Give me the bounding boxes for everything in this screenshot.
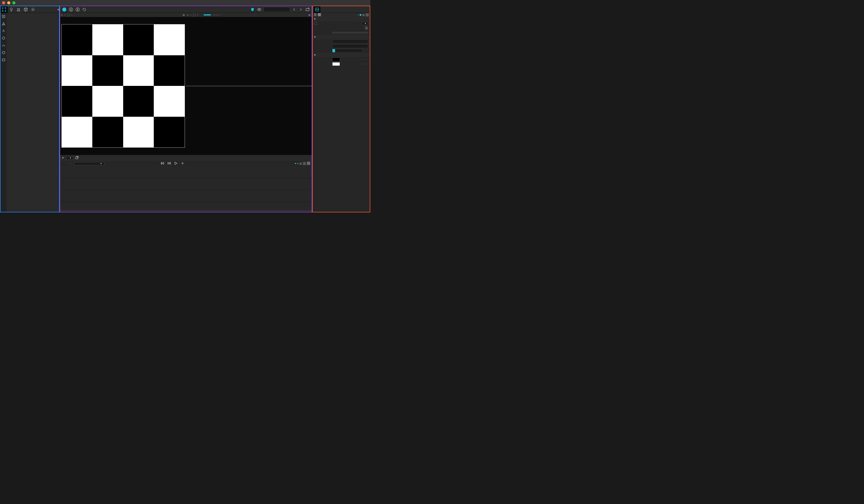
center-panel: + − ⛶ ▫ ⚙ + — [60, 5, 312, 213]
lib-size-xs[interactable] — [358, 14, 359, 15]
left-panel: ◀ — [0, 5, 60, 213]
step-back-button[interactable] — [69, 7, 73, 12]
surfaces-list[interactable] — [7, 13, 59, 212]
input-actual-button[interactable]: ▫ — [71, 14, 73, 16]
play-pause-button[interactable] — [62, 7, 67, 12]
input-fit-button[interactable]: ⛶ — [67, 14, 70, 16]
window-zoom-button[interactable] — [12, 1, 15, 4]
transport-play-button[interactable] — [174, 162, 178, 165]
add-mask-tool[interactable] — [2, 29, 5, 33]
scenes-mode-dropdown[interactable]: ▼ — [66, 156, 73, 160]
view-size-xs[interactable] — [295, 163, 296, 164]
transport-settings-icon[interactable] — [181, 162, 184, 165]
back-wheel-button[interactable] — [366, 59, 368, 60]
surfaces-tab[interactable] — [1, 6, 8, 13]
svg-point-16 — [76, 8, 80, 11]
front-color-swatch[interactable] — [332, 62, 340, 66]
input-settings-icon[interactable]: ⚙ — [182, 14, 185, 16]
input-add-button[interactable]: + — [61, 14, 63, 16]
snap-button[interactable] — [250, 7, 255, 12]
output-settings-icon[interactable]: ⚙ — [308, 14, 311, 16]
fixtures-tab[interactable] — [15, 6, 22, 13]
scenes-live-button[interactable] — [68, 163, 72, 164]
materials-library: ▼ — [313, 17, 370, 21]
transport-prev-button[interactable] — [161, 162, 164, 165]
add-triangle-tool[interactable] — [2, 22, 5, 26]
popout-scenes-icon[interactable] — [75, 156, 79, 160]
testcard-preview — [61, 24, 185, 147]
lib-list-view-icon[interactable] — [314, 13, 317, 17]
prev-projector-button[interactable] — [291, 7, 297, 12]
add-3d-tool[interactable] — [2, 51, 5, 55]
output-actual-button[interactable]: ▫ — [197, 14, 198, 16]
svg-point-11 — [62, 8, 66, 11]
view-grid-icon[interactable] — [307, 162, 310, 165]
count-slider[interactable] — [332, 49, 363, 52]
scenes-scrollbar[interactable] — [60, 210, 312, 212]
right-panel: ▼ ▼ i ▼ — [312, 5, 370, 213]
add-circle-tool[interactable] — [2, 36, 5, 40]
bank-select[interactable]: ▼ — [74, 162, 104, 165]
tab-master[interactable] — [204, 14, 211, 15]
add-line-tool[interactable] — [2, 44, 5, 47]
output-preview-area[interactable] — [186, 17, 312, 155]
lib-size-l[interactable] — [365, 13, 369, 16]
lib-size-s[interactable] — [360, 14, 361, 16]
preview-checkbox[interactable] — [314, 22, 317, 25]
output-remove-button[interactable]: − — [190, 14, 192, 16]
view-size-s[interactable] — [297, 163, 299, 164]
svg-rect-0 — [3, 8, 5, 11]
svg-rect-26 — [318, 13, 319, 14]
modules-tab[interactable] — [22, 6, 29, 13]
step-fwd-button[interactable] — [75, 7, 80, 12]
media-tab[interactable] — [314, 6, 320, 13]
height-input[interactable] — [332, 44, 368, 48]
center-toolbar — [60, 6, 312, 13]
width-input[interactable] — [332, 40, 368, 44]
settings-tab[interactable] — [29, 6, 36, 13]
materials-disclosure-icon[interactable]: ▼ — [314, 18, 316, 20]
lib-size-m[interactable] — [362, 14, 365, 16]
window-close-button[interactable] — [2, 1, 5, 4]
front-rgb-button[interactable] — [361, 64, 363, 64]
svg-rect-28 — [318, 15, 319, 16]
svg-rect-29 — [320, 15, 321, 16]
output-add-button[interactable]: + — [187, 14, 189, 16]
transport-next-button[interactable] — [168, 162, 171, 165]
svg-rect-12 — [63, 9, 64, 11]
view-size-m[interactable] — [300, 163, 302, 165]
front-hsv-button[interactable] — [363, 64, 365, 64]
projector-dropdown[interactable] — [263, 7, 290, 12]
restart-button[interactable] — [332, 32, 368, 34]
back-color-swatch[interactable] — [332, 58, 340, 61]
next-projector-button[interactable] — [298, 7, 303, 12]
add-import-tool[interactable] — [2, 58, 5, 62]
chevron-down-icon[interactable]: ▼ — [62, 157, 64, 159]
lib-grid-view-icon[interactable] — [318, 13, 321, 17]
output-fit-button[interactable]: ⛶ — [193, 14, 196, 16]
color-disclosure-icon[interactable]: ▼ — [314, 54, 316, 56]
output-popup-button[interactable] — [305, 7, 310, 12]
resolution-disclosure-icon[interactable]: ▼ — [314, 36, 316, 38]
undo-button[interactable] — [82, 7, 87, 12]
back-hsv-button[interactable] — [363, 59, 365, 60]
info-icon[interactable]: i — [365, 26, 368, 30]
svg-rect-20 — [75, 157, 77, 159]
back-rgb-button[interactable] — [361, 59, 363, 60]
left-toolbar — [1, 6, 59, 13]
svg-point-14 — [69, 8, 73, 11]
collapse-left-icon[interactable]: ◀ — [57, 8, 60, 11]
svg-rect-13 — [64, 9, 65, 11]
lights-tab[interactable] — [8, 6, 15, 13]
preview-eye-button[interactable] — [256, 7, 262, 12]
tab-selection[interactable] — [213, 14, 219, 15]
view-size-l[interactable] — [303, 162, 306, 165]
front-wheel-button[interactable] — [366, 64, 368, 64]
input-remove-button[interactable]: − — [64, 14, 66, 16]
add-quad-tool[interactable] — [2, 15, 5, 19]
input-preview-area[interactable] — [60, 17, 186, 155]
preview-mode-dropdown[interactable]: ▼ — [361, 22, 368, 25]
scenes-edit-button[interactable] — [62, 163, 66, 164]
window-minimize-button[interactable] — [7, 1, 10, 4]
input-viewport: + − ⛶ ▫ ⚙ — [60, 13, 186, 155]
